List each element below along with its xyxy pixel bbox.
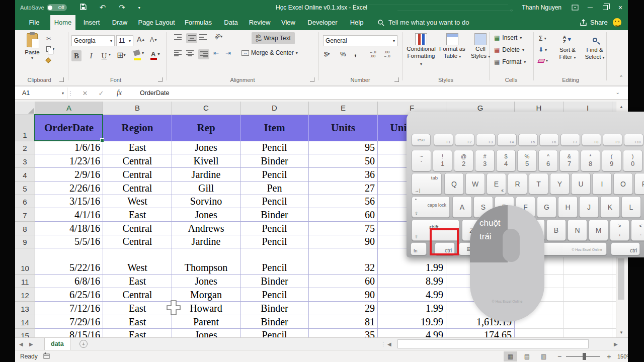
tab-scroll-divider[interactable]: ⋮ xyxy=(381,338,386,350)
cell[interactable] xyxy=(612,288,616,302)
cell[interactable]: 5/5/16 xyxy=(35,235,103,248)
tab-data[interactable]: Data xyxy=(218,15,244,30)
cell[interactable]: Units xyxy=(309,115,378,141)
orientation-button[interactable]: ab▾ xyxy=(214,33,222,39)
font-size-select[interactable]: 11▾ xyxy=(116,35,133,46)
cell[interactable]: Pencil xyxy=(240,195,309,208)
percent-style-button[interactable]: % xyxy=(340,50,346,58)
cell[interactable]: 1/6/16 xyxy=(35,141,103,154)
cell[interactable]: 6/25/16 xyxy=(35,288,103,302)
align-bottom-button[interactable] xyxy=(199,34,207,40)
cell[interactable]: 174.65 xyxy=(446,329,515,337)
row-header-8[interactable]: 8 xyxy=(15,222,35,235)
tab-formulas[interactable]: Formulas xyxy=(179,15,217,30)
cell[interactable]: East xyxy=(103,329,172,337)
sort-filter-button[interactable]: AZ▼ Sort &Filter ▾ xyxy=(554,33,581,61)
select-all-corner[interactable] xyxy=(15,102,35,115)
cell[interactable]: 8/15/16 xyxy=(35,329,103,337)
row-header-2[interactable]: 2 xyxy=(15,141,35,154)
cell[interactable]: Pencil xyxy=(240,248,309,275)
cell[interactable]: Pencil xyxy=(240,222,309,235)
cell[interactable]: 1.99 xyxy=(378,302,446,315)
cell[interactable]: Andrews xyxy=(172,222,240,235)
decrease-decimal-button[interactable]: .00→.0 xyxy=(383,50,390,59)
cell[interactable]: Item xyxy=(240,115,309,141)
underline-button[interactable]: U xyxy=(100,50,109,61)
align-right-button[interactable] xyxy=(198,49,209,59)
tab-draw[interactable]: Draw xyxy=(107,15,133,30)
tab-developer[interactable]: Developer xyxy=(303,15,342,30)
cell[interactable]: 4.99 xyxy=(378,288,446,302)
fill-color-button[interactable]: ▾ xyxy=(134,50,144,55)
cell[interactable] xyxy=(564,288,612,302)
row-header-11[interactable]: 11 xyxy=(15,275,35,288)
column-header-E[interactable]: E xyxy=(309,102,378,115)
normal-view-button[interactable]: ▦ xyxy=(504,351,517,361)
cancel-icon[interactable]: ✕ xyxy=(79,87,91,99)
tab-insert[interactable]: Insert xyxy=(77,15,106,30)
row-header-13[interactable]: 13 xyxy=(15,302,35,315)
add-sheet-icon[interactable]: + xyxy=(79,340,88,348)
tab-page-layout[interactable]: Page Layout xyxy=(135,15,178,30)
cell[interactable] xyxy=(515,329,564,337)
paste-button[interactable]: Paste▾ xyxy=(21,33,43,61)
cell[interactable]: Pencil xyxy=(240,288,309,302)
cell[interactable] xyxy=(564,315,612,329)
cell[interactable]: East xyxy=(103,275,172,288)
cell[interactable]: 7/12/16 xyxy=(35,302,103,315)
font-color-button[interactable]: A▾ xyxy=(151,50,159,58)
cell[interactable]: 4/1/16 xyxy=(35,208,103,222)
row-header-15[interactable]: 15 xyxy=(15,329,35,337)
cell[interactable]: 50 xyxy=(309,154,378,168)
underline-dropdown-icon[interactable]: ▾ xyxy=(109,52,111,57)
font-family-select[interactable]: Georgia▾ xyxy=(71,35,115,46)
cell[interactable]: Pencil xyxy=(240,329,309,337)
cell[interactable]: Kivell xyxy=(172,154,240,168)
cell[interactable]: Central xyxy=(103,182,172,195)
insert-function-icon[interactable]: fx xyxy=(113,87,126,99)
cell[interactable]: 81 xyxy=(309,315,378,329)
cell[interactable] xyxy=(564,329,612,337)
cell[interactable]: Thompson xyxy=(172,248,240,275)
zoom-in-icon[interactable]: + xyxy=(607,352,611,360)
column-header-A[interactable]: A xyxy=(35,102,103,115)
cell[interactable]: Pencil xyxy=(240,168,309,182)
cell[interactable]: Jones xyxy=(172,329,240,337)
cell[interactable]: 2/9/16 xyxy=(35,168,103,182)
row-header-4[interactable]: 4 xyxy=(15,168,35,182)
cell[interactable] xyxy=(612,329,616,337)
minimize-button[interactable]: ─ xyxy=(583,0,598,15)
cell[interactable]: Central xyxy=(103,222,172,235)
cell[interactable] xyxy=(612,275,616,288)
horizontal-scroll-thumb[interactable] xyxy=(397,339,589,348)
cell[interactable]: Jones xyxy=(172,275,240,288)
cell[interactable]: Binder xyxy=(240,154,309,168)
cell[interactable]: Central xyxy=(103,235,172,248)
cell[interactable]: Binder xyxy=(240,275,309,288)
cell[interactable] xyxy=(564,302,612,315)
increase-decimal-button[interactable]: ←.0.00 xyxy=(369,50,376,59)
cell[interactable]: Binder xyxy=(240,315,309,329)
cell[interactable]: 7/29/16 xyxy=(35,315,103,329)
cell[interactable]: 75 xyxy=(309,222,378,235)
cell[interactable]: 90 xyxy=(309,288,378,302)
insert-cells-button[interactable]: ▦Insert▾ xyxy=(494,34,522,41)
page-layout-view-button[interactable]: ▤ xyxy=(520,351,534,361)
number-format-select[interactable]: General▾ xyxy=(323,35,397,46)
close-button[interactable]: × xyxy=(613,0,628,15)
cell[interactable]: 95 xyxy=(309,141,378,154)
tell-me-box[interactable]: Tell me what you want to do xyxy=(377,15,469,30)
cell[interactable]: Pencil xyxy=(240,235,309,248)
grow-font-button[interactable]: A▲ xyxy=(137,35,145,43)
shrink-font-button[interactable]: A▼ xyxy=(150,36,157,43)
borders-button[interactable]: ⊞▾ xyxy=(117,50,125,60)
sheet-nav-left-icon[interactable]: ◀ xyxy=(19,338,23,350)
clipboard-launcher-icon[interactable] xyxy=(59,77,64,82)
format-as-table-button[interactable]: Format asTable ▾ xyxy=(438,33,467,60)
cell[interactable]: Parent xyxy=(172,315,240,329)
cell[interactable]: 4/18/16 xyxy=(35,222,103,235)
cell[interactable] xyxy=(564,275,612,288)
cell[interactable]: Sorvino xyxy=(172,195,240,208)
cell-styles-button[interactable]: CellStyles ▾ xyxy=(469,33,492,60)
delete-cells-button[interactable]: ▦Delete▾ xyxy=(494,46,524,53)
